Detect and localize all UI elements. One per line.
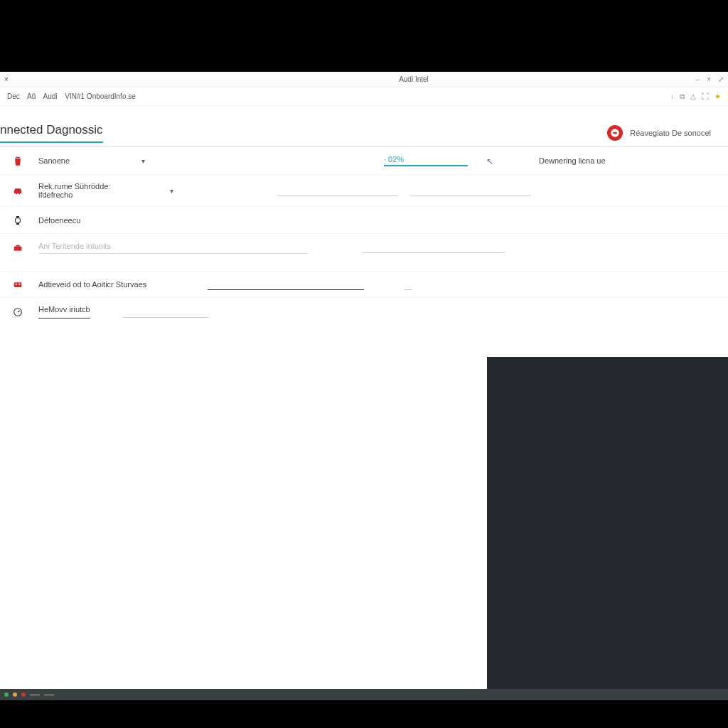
row-module-label: Défoeneecu — [38, 216, 80, 225]
toolbox-icon — [10, 242, 26, 253]
row-advanced-label: Adtieveid od to Aoiticr Sturvaes — [38, 280, 146, 289]
vehicle-select-label: Rek.rume Sührödde: ifdefrecho — [38, 182, 141, 199]
form: Sanoene ▾ · 02% ↖ Dewnering licna ue Rek… — [0, 146, 728, 326]
breadcrumb-bar: Dec Aŭ Audi VIN#1 OnboardInfo.se ↓ ⧉ △ ⛶… — [0, 87, 728, 106]
svg-rect-4 — [14, 282, 22, 287]
svg-rect-3 — [16, 223, 19, 225]
header-action-label: Réavegiato De sonocel — [630, 129, 711, 137]
svg-rect-6 — [18, 284, 20, 285]
gauge-icon — [10, 306, 26, 318]
close-button[interactable]: × — [707, 75, 711, 83]
vehicle-select[interactable]: Rek.rume Sührödde: ifdefrecho ▾ — [38, 182, 173, 199]
row-review-label: HeMovv iriutcb — [38, 305, 90, 318]
row-service: Sanoene ▾ · 02% ↖ Dewnering licna ue — [0, 146, 728, 175]
percent-field[interactable]: · 02% — [384, 155, 468, 166]
taskbar[interactable] — [0, 689, 728, 700]
advanced-field[interactable] — [208, 279, 364, 290]
svg-rect-2 — [16, 216, 19, 218]
advanced-field-2[interactable] — [404, 279, 412, 290]
car-icon — [10, 185, 26, 196]
letterbox-top — [0, 0, 728, 72]
breadcrumb-item[interactable]: Aŭ — [27, 92, 36, 100]
titlebar-left: × — [4, 75, 146, 83]
taskbar-dot-yellow[interactable] — [13, 692, 17, 697]
app-window: × Audi Intel – × ⤢ Dec Aŭ Audi VIN#1 Onb… — [0, 72, 728, 689]
breadcrumb-item[interactable]: VIN#1 OnboardInfo.se — [65, 92, 136, 100]
taskbar-dot-green[interactable] — [4, 692, 9, 697]
add-placeholder[interactable]: Ani Teritende intunits — [38, 242, 309, 254]
vehicle-field-2[interactable] — [410, 185, 531, 196]
brand-badge-icon — [607, 125, 623, 141]
star-icon[interactable]: ★ — [714, 92, 721, 101]
fullscreen-icon[interactable]: ⛶ — [702, 92, 709, 101]
svg-rect-1 — [16, 218, 21, 223]
side-panel — [487, 357, 728, 689]
vehicle-field-1[interactable] — [277, 185, 398, 196]
chevron-down-icon: ▾ — [141, 157, 145, 165]
header-action[interactable]: Réavegiato De sonocel — [607, 125, 717, 141]
breadcrumb-item[interactable]: Audi — [43, 92, 58, 100]
taskbar-segment[interactable] — [30, 694, 40, 696]
row-vehicle: Rek.rume Sührödde: ifdefrecho ▾ — [0, 175, 728, 207]
toolbar-icons: ↓ ⧉ △ ⛶ ★ — [670, 92, 721, 101]
svg-rect-5 — [16, 284, 17, 285]
bin-icon — [10, 155, 26, 166]
row-module: Défoeneecu — [0, 207, 728, 234]
cursor-icon: ↖ — [486, 156, 493, 166]
review-field[interactable] — [123, 306, 208, 318]
watch-icon — [10, 215, 26, 226]
add-field-2[interactable] — [363, 242, 505, 253]
row-advanced: Adtieveid od to Aoiticr Sturvaes — [0, 271, 728, 298]
window-title: Audi Intel — [146, 75, 681, 83]
window-controls: – × ⤢ — [681, 75, 724, 83]
minimize-button[interactable]: – — [696, 75, 700, 83]
service-select-label: Sanoene — [38, 156, 70, 165]
titlebar-token[interactable]: × — [4, 75, 9, 83]
row-right-label: Dewnering licna ue — [539, 156, 606, 165]
module-icon — [10, 279, 26, 290]
taskbar-dot-red[interactable] — [21, 692, 26, 697]
download-icon[interactable]: ↓ — [670, 92, 674, 101]
breadcrumb: Dec Aŭ Audi VIN#1 OnboardInfo.se — [7, 92, 141, 100]
copy-icon[interactable]: ⧉ — [680, 92, 685, 101]
letterbox-bottom — [0, 700, 728, 728]
row-add: Ani Teritende intunits — [0, 234, 728, 261]
service-select[interactable]: Sanoene ▾ — [38, 156, 145, 165]
taskbar-segment[interactable] — [44, 694, 54, 696]
titlebar: × Audi Intel – × ⤢ — [0, 72, 728, 87]
warning-icon[interactable]: △ — [690, 92, 696, 101]
breadcrumb-item[interactable]: Dec — [7, 92, 20, 100]
content-header: nnected Dagnossic Réavegiato De sonocel — [0, 106, 728, 146]
maximize-button[interactable]: ⤢ — [718, 75, 724, 83]
page-title: nnected Dagnossic — [0, 123, 103, 143]
row-review: HeMovv iriutcb — [0, 298, 728, 326]
chevron-down-icon: ▾ — [170, 187, 173, 195]
